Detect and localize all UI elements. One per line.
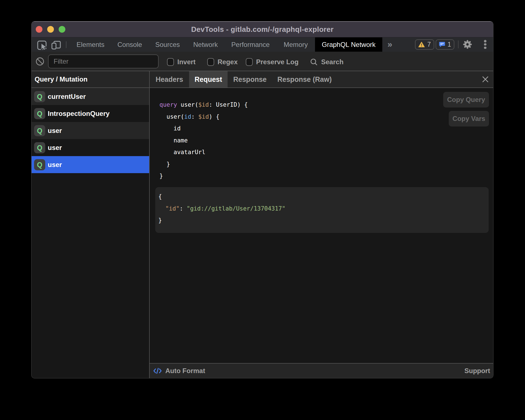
menu-dots-icon[interactable]	[484, 40, 486, 49]
devtools-window: DevTools - gitlab.com/-/graphql-explorer…	[31, 21, 493, 378]
code-token-pl: ) {	[209, 113, 219, 120]
close-window-button[interactable]	[36, 26, 42, 33]
support-link[interactable]: Support	[464, 367, 490, 375]
checkbox-label-preserve-log: Preserve Log	[256, 58, 299, 66]
graphql-query-code: query user($id: UserID) { user(id: $id) …	[159, 99, 248, 182]
warnings-badge[interactable]: 7	[415, 39, 434, 50]
checkbox-invert[interactable]	[167, 58, 174, 66]
checkbox-group-regex: Regex	[207, 52, 238, 71]
toolbar-separator-2	[458, 40, 459, 48]
copy-vars-button[interactable]: Copy Vars	[449, 111, 489, 127]
query-type-badge: Q	[34, 108, 45, 119]
search-control[interactable]: Search	[310, 52, 343, 71]
code-token-pl: }	[159, 161, 170, 168]
request-view: Copy Query Copy Vars query user($id: Use…	[150, 88, 493, 363]
devtools-tab-performance[interactable]: Performance	[225, 37, 276, 52]
query-type-badge: Q	[34, 159, 45, 170]
code-token-pl: user(	[177, 101, 198, 108]
desktop-background: DevTools - gitlab.com/-/graphql-explorer…	[0, 0, 525, 420]
code-token-pl: name	[159, 137, 188, 144]
devtools-tab-memory[interactable]: Memory	[276, 37, 315, 52]
traffic-lights	[36, 26, 65, 33]
devtools-tab-network[interactable]: Network	[187, 37, 225, 52]
detail-footer: Auto Format Support	[150, 363, 493, 378]
detail-tab-response-raw[interactable]: Response (Raw)	[272, 71, 337, 87]
code-icon	[153, 367, 162, 375]
code-token-key: "id"	[165, 205, 180, 212]
variables-box: { "id": "gid://gitlab/User/13704317"}	[155, 187, 489, 233]
checkbox-regex[interactable]	[207, 58, 214, 66]
inspect-element-icon[interactable]	[37, 40, 47, 51]
messages-badge[interactable]: 1	[436, 39, 454, 50]
message-icon	[439, 42, 445, 47]
auto-format-button[interactable]: Auto Format	[153, 367, 205, 375]
query-list-item-0[interactable]: QcurrentUser	[32, 88, 149, 105]
devtools-tab-elements[interactable]: Elements	[70, 37, 111, 52]
query-list-panel: Query / Mutation QcurrentUserQIntrospect…	[32, 71, 149, 378]
code-token-pl: user(	[159, 113, 184, 120]
query-list-item-label: user	[48, 127, 62, 135]
code-token-pl: {	[158, 193, 162, 200]
code-token-attr: id	[184, 113, 191, 120]
query-type-badge: Q	[34, 142, 45, 153]
filter-input[interactable]: Filter	[48, 54, 159, 68]
code-token-pl: :	[180, 205, 187, 212]
toolbar-separator	[66, 41, 66, 48]
main-area: Query / Mutation QcurrentUserQIntrospect…	[32, 71, 493, 378]
query-list-header: Query / Mutation	[32, 71, 149, 88]
devtools-tab-graphql-network[interactable]: GraphQL Network	[315, 37, 382, 52]
checkbox-label-regex: Regex	[218, 58, 238, 66]
settings-gear-icon[interactable]	[462, 39, 472, 49]
code-token-str: "gid://gitlab/User/13704317"	[187, 205, 285, 212]
checkbox-group-invert: Invert	[167, 52, 195, 71]
code-token-pl: avatarUrl	[159, 149, 205, 156]
query-list-item-1[interactable]: QIntrospectionQuery	[32, 105, 149, 122]
code-token-var: $id	[198, 101, 209, 108]
zoom-window-button[interactable]	[59, 26, 65, 33]
code-line: }	[159, 158, 248, 170]
detail-tab-request[interactable]: Request	[189, 71, 228, 87]
detail-tabs: HeadersRequestResponseResponse (Raw)	[150, 71, 493, 88]
code-token-pl: }	[159, 173, 163, 179]
code-line: id	[159, 123, 248, 135]
query-list-item-4[interactable]: Quser	[32, 156, 149, 173]
dot	[484, 47, 486, 49]
code-token-pl: :	[191, 113, 198, 120]
dot	[484, 43, 486, 46]
code-token-pl: : UserID) {	[209, 101, 248, 108]
query-list-item-label: IntrospectionQuery	[48, 110, 109, 118]
devtools-tab-sources[interactable]: Sources	[149, 37, 187, 52]
message-count: 1	[448, 41, 451, 48]
query-list-item-label: currentUser	[48, 93, 86, 101]
code-token-var: $id	[198, 113, 209, 120]
code-line: name	[159, 135, 248, 147]
warning-count: 7	[427, 41, 431, 48]
filter-placeholder: Filter	[54, 58, 68, 65]
more-tabs-button[interactable]: »	[384, 37, 396, 51]
query-list-item-label: user	[48, 161, 62, 169]
code-token-pl: }	[158, 217, 162, 224]
minimize-window-button[interactable]	[47, 26, 54, 33]
code-token-pl: id	[159, 125, 181, 132]
close-panel-icon[interactable]	[481, 75, 489, 83]
query-list-item-3[interactable]: Quser	[32, 139, 149, 156]
code-token-pl	[158, 205, 165, 212]
devtools-tab-console[interactable]: Console	[111, 37, 149, 52]
detail-tab-headers[interactable]: Headers	[150, 71, 189, 87]
checkbox-preserve-log[interactable]	[246, 58, 253, 66]
variables-code: { "id": "gid://gitlab/User/13704317"}	[158, 191, 489, 226]
code-line: avatarUrl	[159, 146, 248, 158]
copy-query-button[interactable]: Copy Query	[443, 92, 489, 108]
code-line: }	[159, 170, 248, 182]
clear-filter-icon[interactable]	[35, 57, 44, 67]
detail-tab-response[interactable]: Response	[228, 71, 272, 87]
toolbar-right-cluster: 7 1	[415, 39, 486, 50]
devtools-tabs: ElementsConsoleSourcesNetworkPerformance…	[70, 37, 382, 52]
query-list-item-label: user	[48, 144, 62, 152]
code-token-kw: query	[159, 101, 177, 108]
code-line: query user($id: UserID) {	[159, 99, 248, 111]
device-toolbar-icon[interactable]	[51, 40, 61, 51]
devtools-tabbar: ElementsConsoleSourcesNetworkPerformance…	[32, 37, 493, 52]
query-list-item-2[interactable]: Quser	[32, 122, 149, 139]
code-line: }	[158, 214, 489, 226]
